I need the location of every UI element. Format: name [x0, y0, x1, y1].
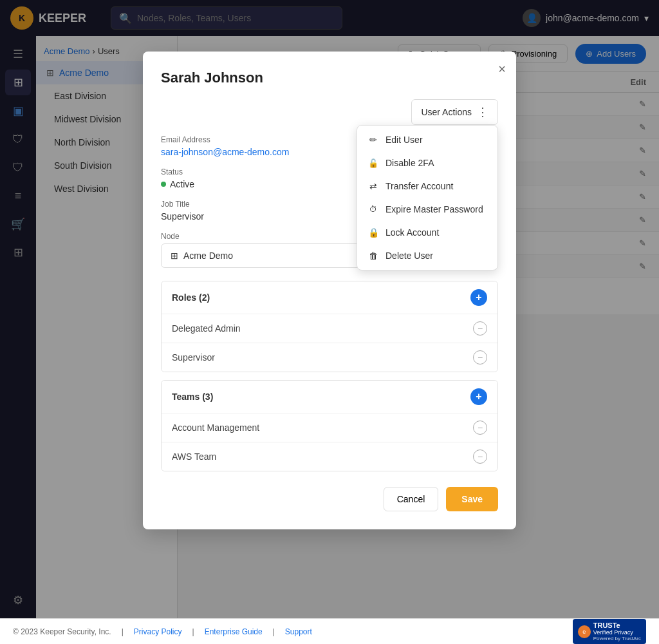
footer-privacy-policy[interactable]: Privacy Policy — [134, 627, 182, 636]
dropdown-label-edit-user: Edit User — [385, 135, 423, 145]
truste-verified: Verified Privacy — [593, 629, 641, 636]
teams-remove-aws-team-button[interactable]: − — [473, 450, 487, 464]
status-text: Active — [170, 179, 194, 189]
teams-remove-account-management-button[interactable]: − — [473, 421, 487, 435]
cancel-button[interactable]: Cancel — [384, 487, 439, 511]
truste-logo: e — [578, 625, 591, 638]
dropdown-item-transfer-account[interactable]: ⇄ Transfer Account — [357, 175, 497, 198]
dropdown-label-delete-user: Delete User — [385, 251, 433, 261]
modal-footer: Cancel Save — [161, 487, 498, 511]
dropdown-label-transfer-account: Transfer Account — [385, 181, 453, 191]
footer-enterprise-guide[interactable]: Enterprise Guide — [205, 627, 263, 636]
footer-support[interactable]: Support — [285, 627, 312, 636]
dropdown-item-delete-user[interactable]: 🗑 Delete User — [357, 244, 497, 267]
roles-header-label: Roles (2) — [172, 292, 210, 303]
dropdown-label-disable-2fa: Disable 2FA — [385, 158, 434, 168]
roles-item-delegated-admin: Delegated Admin − — [162, 314, 497, 343]
transfer-account-icon: ⇄ — [367, 181, 379, 191]
user-actions-dropdown: ✏ Edit User 🔓 Disable 2FA ⇄ Transfer Acc… — [357, 125, 498, 270]
modal-close-button[interactable]: × — [498, 62, 506, 77]
teams-header-label: Teams (3) — [172, 392, 213, 402]
teams-item-label-account-management: Account Management — [172, 422, 259, 433]
roles-section: Roles (2) + Delegated Admin − Supervisor… — [161, 281, 498, 372]
node-icon: ⊞ — [171, 251, 178, 261]
dropdown-item-lock-account[interactable]: 🔒 Lock Account — [357, 221, 497, 244]
truste-powered: Powered by TrustArc — [593, 636, 641, 641]
teams-add-button[interactable]: + — [470, 388, 487, 405]
page-footer: © 2023 Keeper Security, Inc. | Privacy P… — [0, 618, 659, 644]
delete-user-icon: 🗑 — [367, 251, 379, 261]
roles-section-header: Roles (2) + — [162, 281, 497, 314]
roles-item-label-delegated-admin: Delegated Admin — [172, 323, 241, 334]
node-value: Acme Demo — [183, 251, 233, 261]
teams-item-aws-team: AWS Team − — [162, 442, 497, 471]
teams-section-header: Teams (3) + — [162, 381, 497, 413]
roles-item-label-supervisor: Supervisor — [172, 352, 215, 363]
save-button[interactable]: Save — [446, 487, 498, 511]
modal-title: Sarah Johnson — [161, 70, 498, 86]
lock-account-icon: 🔒 — [367, 227, 379, 238]
disable-2fa-icon: 🔓 — [367, 158, 379, 168]
user-actions-label: User Actions — [421, 107, 472, 117]
expire-password-icon: ⏱ — [367, 205, 379, 214]
three-dots-icon: ⋮ — [477, 105, 488, 119]
footer-right: e TRUSTe Verified Privacy Powered by Tru… — [573, 619, 646, 644]
roles-item-supervisor: Supervisor − — [162, 343, 497, 372]
teams-section: Teams (3) + Account Management − AWS Tea… — [161, 380, 498, 471]
teams-item-account-management: Account Management − — [162, 413, 497, 442]
teams-section-row: Teams (3) + Account Management − AWS Tea… — [161, 380, 498, 471]
truste-label: TRUSTe — [593, 621, 641, 629]
roles-add-button[interactable]: + — [470, 289, 487, 306]
dropdown-item-disable-2fa[interactable]: 🔓 Disable 2FA — [357, 151, 497, 175]
roles-remove-supervisor-button[interactable]: − — [473, 350, 487, 365]
dropdown-label-expire-password: Expire Master Password — [385, 204, 483, 214]
teams-item-label-aws-team: AWS Team — [172, 451, 216, 462]
dropdown-item-expire-password[interactable]: ⏱ Expire Master Password — [357, 198, 497, 221]
user-actions-row: User Actions ⋮ ✏ Edit User 🔓 Disable 2FA… — [161, 99, 498, 125]
footer-copyright: © 2023 Keeper Security, Inc. — [13, 627, 111, 636]
user-detail-modal: Sarah Johnson × User Actions ⋮ ✏ Edit Us… — [143, 52, 516, 529]
modal-overlay: Sarah Johnson × User Actions ⋮ ✏ Edit Us… — [0, 0, 659, 618]
edit-user-icon: ✏ — [367, 135, 379, 145]
roles-remove-delegated-admin-button[interactable]: − — [473, 321, 487, 336]
roles-section-row: Roles (2) + Delegated Admin − Supervisor… — [161, 281, 498, 372]
truste-badge: e TRUSTe Verified Privacy Powered by Tru… — [573, 619, 646, 644]
dropdown-label-lock-account: Lock Account — [385, 227, 439, 238]
dropdown-item-edit-user[interactable]: ✏ Edit User — [357, 128, 497, 151]
status-active-dot — [161, 182, 166, 187]
user-actions-button[interactable]: User Actions ⋮ — [411, 99, 498, 125]
